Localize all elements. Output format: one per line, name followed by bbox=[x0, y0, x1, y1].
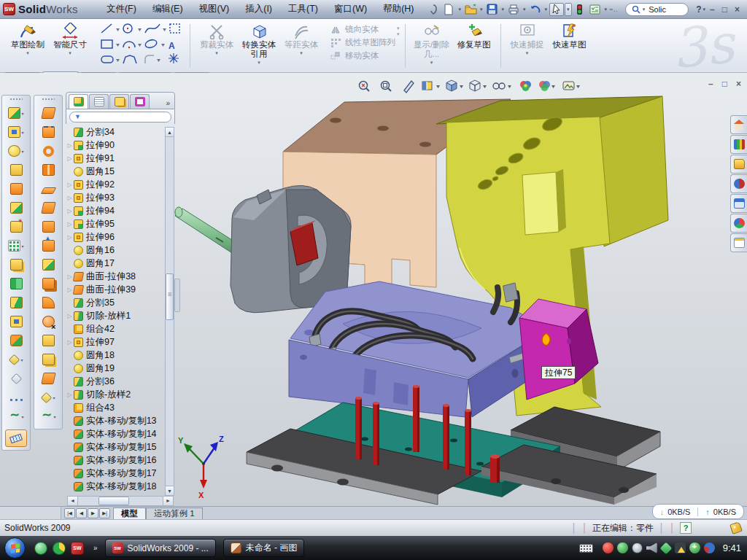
tree-item[interactable]: 分割36 bbox=[66, 375, 175, 388]
thicken-button[interactable] bbox=[35, 236, 61, 255]
move-copy-body-button[interactable] bbox=[3, 331, 29, 350]
flyout-caret-icon[interactable]: ▾ bbox=[21, 111, 23, 116]
tree-item[interactable]: 实体-移动/复制15 bbox=[66, 440, 175, 454]
tab-view-palette[interactable] bbox=[730, 194, 747, 213]
new-caret-icon[interactable]: ▾ bbox=[457, 7, 462, 12]
tab-search[interactable] bbox=[730, 174, 747, 193]
expand-arrow-icon[interactable]: ▷ bbox=[66, 273, 74, 280]
search-input[interactable] bbox=[647, 4, 682, 15]
tree-item[interactable]: ▷拉伸96 bbox=[66, 230, 175, 244]
tree-filter-input[interactable]: ▼ bbox=[69, 112, 171, 122]
prev-tab-button[interactable]: ◀ bbox=[76, 508, 87, 518]
tree-item[interactable]: 圆角17 bbox=[66, 257, 175, 270]
sketch-button[interactable]: 草图绘制 ▾ bbox=[7, 21, 49, 56]
tab-design-library[interactable] bbox=[730, 135, 747, 154]
tabs-scroll-track[interactable] bbox=[0, 507, 61, 519]
panel-splitter-handle[interactable] bbox=[174, 279, 180, 312]
expand-arrow-icon[interactable]: ▷ bbox=[66, 155, 74, 162]
tree-item[interactable]: 实体-移动/复制18 bbox=[66, 480, 175, 493]
tags-icon[interactable] bbox=[729, 521, 743, 534]
tray-health-icon[interactable] bbox=[689, 542, 700, 553]
tree-item[interactable]: ▷曲面-拉伸39 bbox=[66, 283, 175, 296]
taskbar-clock[interactable]: 9:41 bbox=[723, 542, 741, 553]
planar-surface-button[interactable] bbox=[35, 198, 61, 217]
plane-button[interactable] bbox=[3, 369, 29, 388]
expand-arrow-icon[interactable]: ▷ bbox=[66, 195, 74, 201]
tree-item[interactable]: 组合42 bbox=[66, 322, 175, 335]
tab-file-explorer[interactable] bbox=[730, 155, 747, 174]
overflow-glyph[interactable]: ⌁.. bbox=[609, 5, 618, 13]
offset-surface-button[interactable] bbox=[35, 217, 61, 236]
select-caret-icon[interactable]: ▾ bbox=[565, 3, 572, 16]
tab-feature-manager[interactable] bbox=[69, 94, 88, 109]
expand-arrow-icon[interactable]: ▷ bbox=[66, 234, 74, 241]
menu-edit[interactable]: 编辑(E) bbox=[144, 0, 191, 18]
tree-item[interactable]: 圆角15 bbox=[66, 165, 175, 178]
extruded-boss-button[interactable]: ▾ bbox=[3, 104, 29, 122]
tree-horizontal-scrollbar[interactable]: ◄ ► bbox=[67, 496, 174, 506]
tree-item[interactable]: ▷拉伸90 bbox=[66, 139, 175, 152]
flyout-caret-icon[interactable]: ▾ bbox=[21, 414, 23, 419]
swept-boss-button[interactable] bbox=[3, 160, 29, 179]
tab-property-manager[interactable] bbox=[89, 94, 109, 109]
last-tab-button[interactable]: ▶| bbox=[99, 508, 110, 518]
menu-insert[interactable]: 插入(I) bbox=[237, 0, 280, 18]
print-caret-icon[interactable]: ▾ bbox=[522, 7, 527, 12]
tray-antivirus-icon[interactable] bbox=[603, 542, 614, 553]
split-button[interactable] bbox=[3, 293, 29, 312]
tree-item[interactable]: ▷拉伸92 bbox=[66, 178, 175, 191]
scroll-right-arrow-icon[interactable]: ► bbox=[163, 497, 173, 505]
taskbar-button-paint[interactable]: 未命名 - 画图 bbox=[223, 539, 305, 557]
scroll-down-arrow-icon[interactable]: ▼ bbox=[166, 486, 174, 495]
scroll-thumb[interactable] bbox=[98, 497, 129, 505]
tree-item[interactable]: 分割34 bbox=[66, 125, 175, 139]
quick-tips-button[interactable]: ? bbox=[680, 522, 692, 534]
tab-model[interactable]: 模型 bbox=[113, 508, 146, 519]
expand-arrow-icon[interactable]: ▷ bbox=[66, 339, 74, 346]
tree-item[interactable]: 实体-移动/复制13 bbox=[66, 414, 175, 427]
tree-item[interactable]: 圆角16 bbox=[66, 244, 175, 257]
expand-arrow-icon[interactable]: ▷ bbox=[66, 221, 74, 228]
replace-face-button[interactable] bbox=[35, 331, 61, 350]
save-icon[interactable] bbox=[485, 3, 500, 16]
fillet-button[interactable]: ▾ bbox=[3, 141, 29, 160]
tray-sync-icon[interactable] bbox=[704, 542, 715, 553]
convert-caret-icon[interactable]: ▾ bbox=[258, 60, 260, 66]
open-icon[interactable] bbox=[463, 3, 478, 16]
close-button[interactable]: × bbox=[735, 4, 740, 15]
doc-minimize-button[interactable]: – bbox=[708, 79, 713, 89]
rib-button[interactable] bbox=[3, 255, 29, 274]
tree-item[interactable]: 实体-移动/复制16 bbox=[66, 454, 175, 467]
menu-help[interactable]: 帮助(H) bbox=[375, 0, 422, 18]
menu-tools[interactable]: 工具(T) bbox=[280, 0, 326, 18]
tab-dimxpert-manager[interactable] bbox=[130, 94, 150, 109]
revolved-boss-button[interactable] bbox=[3, 179, 29, 198]
tree-item[interactable]: 圆角18 bbox=[66, 349, 175, 362]
tree-item[interactable]: 实体-移动/复制14 bbox=[66, 427, 175, 440]
scroll-thumb[interactable] bbox=[166, 273, 174, 320]
doc-close-button[interactable]: × bbox=[736, 79, 741, 89]
trim-surface-button[interactable] bbox=[35, 293, 61, 312]
toolbar-grip-handle[interactable] bbox=[42, 98, 55, 101]
minimize-button[interactable]: – bbox=[710, 4, 715, 15]
flyout-caret-icon[interactable]: ▾ bbox=[21, 244, 23, 249]
menu-window[interactable]: 窗口(W) bbox=[326, 0, 375, 18]
heads-up-view-toolbar[interactable] bbox=[356, 79, 597, 96]
tab-custom-properties[interactable] bbox=[730, 233, 747, 252]
undo-caret-icon[interactable]: ▾ bbox=[543, 7, 549, 12]
tray-messenger-icon[interactable] bbox=[659, 542, 672, 554]
tree-item[interactable]: ▷切除-放样1 bbox=[66, 309, 175, 322]
instant3d-button-pressed[interactable] bbox=[5, 429, 27, 447]
help-caret-icon[interactable]: ▾ bbox=[703, 7, 706, 12]
graphics-area[interactable]: Y Z X bbox=[0, 73, 747, 506]
flyout-caret-icon[interactable]: ▾ bbox=[21, 149, 23, 154]
first-tab-button[interactable]: |◀ bbox=[64, 508, 75, 518]
linear-pattern-button[interactable]: ▾ bbox=[3, 236, 29, 255]
smart-dimension-caret-icon[interactable]: ▾ bbox=[69, 50, 71, 56]
options-caret-icon[interactable]: ▾ bbox=[603, 7, 609, 12]
tree-item[interactable]: 组合43 bbox=[66, 401, 175, 414]
more-tabs-chevron-icon[interactable]: » bbox=[166, 99, 172, 109]
tree-item[interactable]: ▷拉伸97 bbox=[66, 335, 175, 349]
combine-button[interactable] bbox=[3, 312, 29, 331]
rebuild-icon[interactable] bbox=[573, 3, 587, 16]
